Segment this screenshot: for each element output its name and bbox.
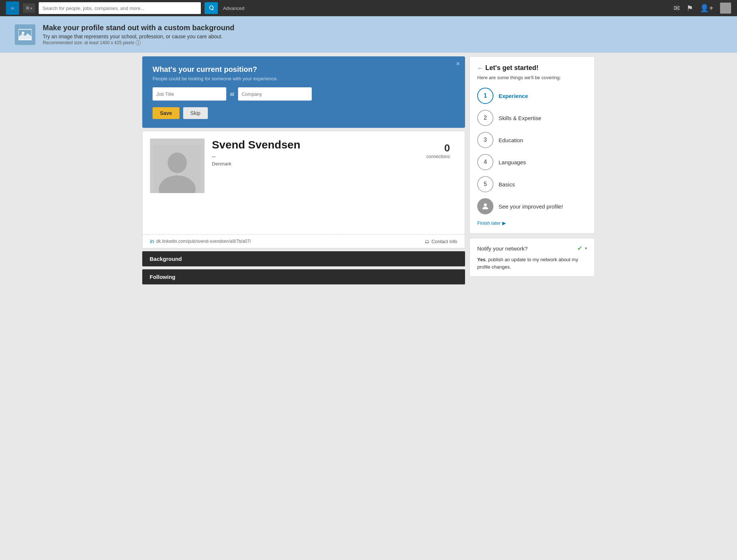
- step-circle-1: 1: [477, 88, 493, 104]
- notifications-icon[interactable]: ⚑: [687, 4, 693, 13]
- step-circle-3: 3: [477, 132, 493, 148]
- search-input[interactable]: [39, 2, 201, 14]
- getting-started-title: ← Let's get started!: [477, 64, 587, 72]
- step-label-1: Experience: [499, 93, 528, 99]
- step-item-profile[interactable]: See your improved profile!: [477, 198, 587, 214]
- notify-card: Notify your network? ✔ ▾ Yes, publish an…: [469, 238, 595, 277]
- dialog-actions: Save Skip: [153, 107, 455, 119]
- back-arrow-icon[interactable]: ←: [477, 65, 483, 71]
- getting-started-subtitle: Here are some things we'll be covering:: [477, 75, 587, 80]
- dialog-subtitle: People could be looking for someone with…: [153, 76, 455, 81]
- following-section[interactable]: Following: [142, 269, 465, 284]
- notify-controls[interactable]: ✔ ▾: [577, 244, 587, 252]
- svg-point-5: [484, 203, 487, 206]
- profile-connections: 0 connections: [426, 139, 457, 159]
- getting-started-card: ← Let's get started! Here are some thing…: [469, 56, 595, 234]
- step-item-3[interactable]: 3 Education: [477, 132, 587, 148]
- svg-point-1: [22, 31, 24, 34]
- step-item-2[interactable]: 2 Skills & Expertise: [477, 110, 587, 126]
- step-circle-2: 2: [477, 110, 493, 126]
- step-item-4[interactable]: 4 Languages: [477, 154, 587, 170]
- profile-url: in dk.linkedin.com/pub/svend-svendsen/a9…: [150, 238, 251, 244]
- notify-text: Yes, publish an update to my network abo…: [477, 256, 587, 270]
- position-dialog: × What's your current position? People c…: [142, 56, 465, 128]
- step-label-3: Education: [499, 137, 523, 143]
- profile-footer: in dk.linkedin.com/pub/svend-svendsen/a9…: [143, 234, 465, 248]
- profile-location: Denmark: [212, 161, 300, 167]
- save-button[interactable]: Save: [153, 107, 179, 119]
- dialog-title: What's your current position?: [153, 65, 455, 74]
- linkedin-url-icon: in: [150, 238, 154, 244]
- search-icon: [208, 5, 214, 11]
- step-label-5: Basics: [499, 181, 515, 188]
- notify-header: Notify your network? ✔ ▾: [477, 244, 587, 252]
- step-item-1[interactable]: 1 Experience: [477, 88, 587, 104]
- search-button[interactable]: [205, 2, 218, 14]
- company-input[interactable]: [238, 87, 312, 101]
- step-circle-5: 5: [477, 176, 493, 192]
- navbar: in ≡ ▾ Advanced ✉ ⚑ 👤+: [0, 0, 737, 16]
- banner-text: Make your profile stand out with a custo…: [43, 24, 234, 45]
- step-label-2: Skills & Expertise: [499, 115, 541, 121]
- left-column: × What's your current position? People c…: [142, 56, 465, 287]
- banner-image-icon: [15, 24, 35, 45]
- step-label-profile: See your improved profile!: [499, 203, 563, 210]
- profile-name: Svend Svendsen: [212, 139, 300, 151]
- linkedin-logo[interactable]: in: [6, 1, 19, 15]
- svg-point-3: [168, 153, 187, 173]
- step-list: 1 Experience 2 Skills & Expertise 3 Educ…: [477, 88, 587, 214]
- chevron-icon: ▾: [585, 246, 587, 251]
- avatar[interactable]: [720, 3, 731, 14]
- close-dialog-button[interactable]: ×: [456, 60, 460, 68]
- profile-card: Svend Svendsen -- Denmark 0 connections …: [142, 131, 465, 248]
- main-content: × What's your current position? People c…: [136, 53, 601, 291]
- background-banner: Make your profile stand out with a custo…: [0, 16, 737, 53]
- background-section[interactable]: Background: [142, 251, 465, 266]
- profile-title: --: [212, 153, 300, 160]
- finish-later-link[interactable]: Finish later ▶: [477, 220, 587, 226]
- navbar-icons: ✉ ⚑ 👤+: [674, 3, 731, 14]
- add-connections-icon[interactable]: 👤+: [700, 4, 713, 13]
- advanced-link[interactable]: Advanced: [223, 6, 244, 11]
- messages-icon[interactable]: ✉: [674, 4, 680, 13]
- right-column: ← Let's get started! Here are some thing…: [469, 56, 595, 277]
- position-fields: at: [153, 87, 455, 101]
- notify-title: Notify your network?: [477, 245, 528, 252]
- contact-info-button[interactable]: 🗂 Contact Info: [425, 239, 457, 244]
- profile-main: Svend Svendsen -- Denmark 0 connections: [143, 131, 465, 234]
- step-item-5[interactable]: 5 Basics: [477, 176, 587, 192]
- contact-icon: 🗂: [425, 239, 429, 244]
- info-icon: i: [136, 40, 141, 45]
- at-label: at: [230, 91, 234, 97]
- step-label-4: Languages: [499, 159, 526, 165]
- step-circle-profile: [477, 198, 493, 214]
- skip-button[interactable]: Skip: [183, 107, 208, 119]
- menu-button[interactable]: ≡ ▾: [23, 3, 35, 13]
- step-circle-4: 4: [477, 154, 493, 170]
- checkmark-icon: ✔: [577, 244, 583, 252]
- profile-photo: [150, 139, 205, 193]
- job-title-input[interactable]: [153, 87, 226, 101]
- profile-details: Svend Svendsen -- Denmark 0 connections: [212, 139, 457, 227]
